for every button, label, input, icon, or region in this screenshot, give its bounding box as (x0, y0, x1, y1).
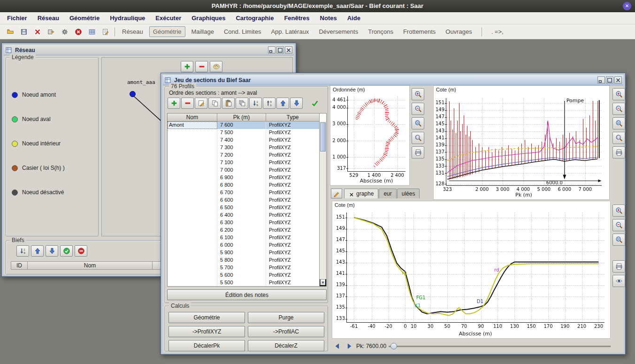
table-row[interactable]: 6 000ProfilXYZ (168, 242, 326, 249)
previous-profile-button[interactable] (333, 341, 342, 351)
pk-slider-handle[interactable] (390, 343, 397, 349)
window-maximize-button[interactable] (606, 76, 613, 83)
zoom-select-button[interactable] (612, 117, 625, 129)
table-row[interactable]: 6 900ProfilXYZ (168, 174, 326, 182)
table-icon[interactable] (86, 26, 98, 38)
cross-section-canvas[interactable] (332, 209, 609, 338)
add-button[interactable] (181, 61, 193, 72)
window-close-button[interactable] (614, 76, 622, 83)
scroll-down-button[interactable]: ▼ (320, 279, 326, 286)
save-icon[interactable] (18, 26, 30, 38)
print-button[interactable] (412, 146, 424, 159)
table-row[interactable]: 6 700ProfilXYZ (168, 189, 326, 197)
table-row[interactable]: 6 300ProfilXYZ (168, 219, 326, 227)
close-icon[interactable] (32, 26, 43, 38)
table-row[interactable]: 6 400ProfilXYZ (168, 212, 326, 219)
table-row[interactable]: 5 600ProfilXYZ (168, 272, 326, 279)
table-row[interactable]: 6 600ProfilXYZ (168, 197, 326, 204)
open-icon[interactable] (5, 26, 16, 38)
menu-cartographie[interactable]: Cartographie (230, 15, 279, 22)
disable-button[interactable] (75, 245, 87, 257)
table-row[interactable]: 7 400ProfilXYZ (168, 136, 326, 144)
table-row[interactable]: 6 800ProfilXYZ (168, 182, 326, 189)
remove-button[interactable] (195, 61, 208, 72)
toolbar-button-frottements[interactable]: Frottements (399, 26, 439, 37)
zoom-actual-button[interactable]: 1:1 (612, 132, 625, 144)
app-close-button[interactable]: ✕ (623, 2, 631, 10)
toolbar-button-troncons[interactable]: Tronçons (364, 26, 397, 37)
remove-button[interactable] (181, 98, 194, 109)
pk-slider[interactable] (389, 342, 611, 350)
table-row[interactable]: 5 900ProfilXYZ (168, 249, 326, 257)
move-down-button[interactable] (46, 245, 58, 257)
sections-window[interactable]: Jeu de sections du Bief Saar 76 Profils … (161, 73, 626, 355)
toolbar-button-cond-limites[interactable]: Cond. Limites (220, 26, 265, 37)
paste-button[interactable] (222, 98, 235, 109)
toolbar-button-app-lateraux[interactable]: App. Latéraux (267, 26, 313, 37)
table-row[interactable]: 6 200ProfilXYZ (168, 227, 326, 234)
calc-button-purge[interactable]: Purge (248, 312, 324, 323)
zoom-out-button[interactable] (612, 103, 625, 115)
zoom-in-button[interactable] (612, 205, 625, 217)
calc-button-decalerpk[interactable]: DécalerPk (168, 340, 245, 351)
table-row[interactable]: 7 300ProfilXYZ (168, 144, 326, 152)
menu-executer[interactable]: Exécuter (150, 15, 186, 22)
print-button[interactable] (612, 146, 625, 159)
zoom-select-button[interactable] (412, 117, 424, 129)
window-minimize-button[interactable] (597, 76, 605, 83)
zoom-out-button[interactable] (612, 219, 625, 231)
scrollbar-thumb[interactable] (320, 122, 326, 152)
table-row[interactable]: 5 800ProfilXYZ (168, 257, 326, 264)
toolbar-button-geometrie[interactable]: Géométrie (149, 26, 185, 37)
long-profile-canvas[interactable] (434, 93, 608, 199)
menu-reseau[interactable]: Réseau (32, 15, 64, 22)
toolbar-button-item[interactable]: . =>, (488, 26, 507, 37)
calc-button-geometrie[interactable]: Géométrie (168, 312, 245, 323)
add-button[interactable] (168, 98, 180, 109)
move-down-button[interactable] (290, 98, 303, 109)
edit-button[interactable] (195, 98, 207, 109)
tab-ulees[interactable]: ulées (397, 189, 420, 198)
table-row[interactable]: 7 000ProfilXYZ (168, 167, 326, 174)
column-type[interactable]: Type (266, 114, 320, 121)
next-profile-button[interactable] (344, 341, 354, 351)
table-row[interactable]: 5 500ProfilXYZ (168, 279, 326, 287)
biefs-column-id[interactable]: ID (11, 261, 28, 270)
zoom-select-button[interactable] (612, 234, 625, 246)
menu-notes[interactable]: Notes (315, 15, 342, 22)
sort-desc-button[interactable]: 19 (249, 98, 262, 109)
zoom-actual-button[interactable]: 1:1 (412, 132, 424, 144)
menu-fenetres[interactable]: Fenêtres (279, 15, 314, 22)
calc-button-profilac[interactable]: ->ProfilAC (248, 326, 324, 337)
calc-button-decalerz[interactable]: DécalerZ (248, 340, 324, 351)
edit-pencil-button[interactable] (331, 189, 342, 198)
window-maximize-button[interactable] (276, 46, 284, 53)
zoom-out-button[interactable] (412, 103, 424, 115)
enable-button[interactable] (60, 245, 73, 257)
apply-button[interactable] (308, 98, 321, 109)
sections-window-titlebar[interactable]: Jeu de sections du Bief Saar (163, 75, 623, 85)
table-row[interactable]: 7 100ProfilXYZ (168, 159, 326, 167)
palette-button[interactable] (210, 61, 222, 72)
print-button[interactable] (612, 260, 625, 273)
export-icon[interactable] (46, 26, 57, 38)
table-row[interactable]: 6 100ProfilXYZ (168, 234, 326, 242)
copy-button[interactable] (208, 98, 221, 109)
sort-desc-button[interactable]: 19 (16, 245, 29, 257)
move-up-button[interactable] (276, 98, 289, 109)
table-row[interactable]: 6 500ProfilXYZ (168, 204, 326, 212)
table-row[interactable]: 7 500ProfilXYZ (168, 129, 326, 136)
toolbar-button-deversements[interactable]: Déversements (315, 26, 362, 37)
notes-icon[interactable] (100, 26, 111, 38)
tab-graphe[interactable]: graphe (344, 189, 378, 198)
settings-icon[interactable] (59, 26, 70, 38)
zoom-in-button[interactable] (612, 88, 625, 100)
stop-icon[interactable] (73, 26, 84, 38)
menu-hydraulique[interactable]: Hydraulique (105, 15, 150, 22)
menu-graphiques[interactable]: Graphiques (186, 15, 230, 22)
toolbar-button-reseau[interactable]: Réseau (118, 26, 147, 37)
plan-view-canvas[interactable] (330, 93, 409, 185)
pk-slider-track[interactable] (389, 346, 611, 347)
table-row[interactable]: 5 700ProfilXYZ (168, 264, 326, 272)
biefs-column-nom[interactable]: Nom (28, 261, 153, 270)
